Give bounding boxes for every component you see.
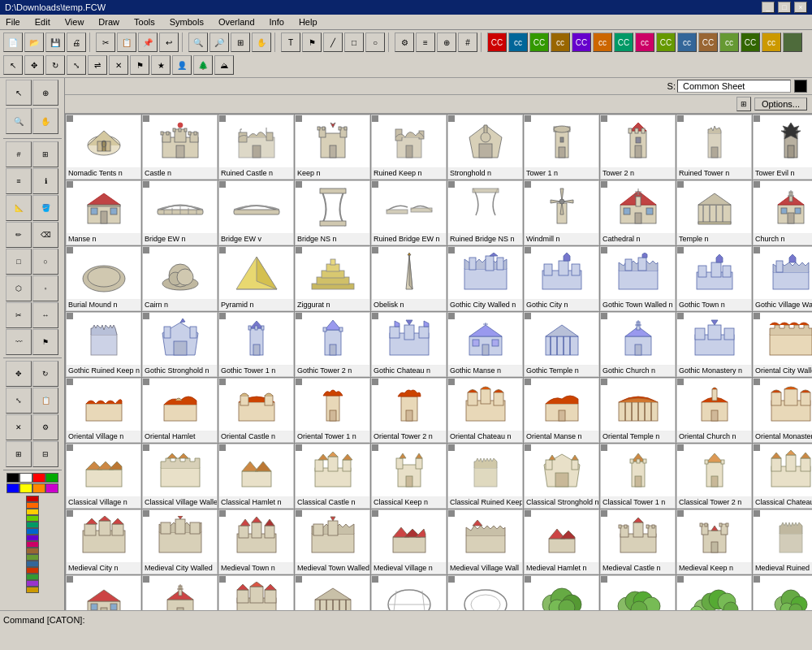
symbol-cell-14[interactable]: Ruined Bridge EW n (371, 180, 447, 245)
symbol-cell-40[interactable]: Oriental Village n (66, 378, 141, 443)
symbol-cell-44[interactable]: Oriental Tower 2 n (371, 378, 447, 443)
symbol-area[interactable]: Nomadic Tents nCastle nRuined Castle nKe… (65, 114, 812, 610)
symbol-cell-52[interactable]: Classical Hamlet n (218, 444, 294, 509)
tb-layers[interactable]: ≡ (416, 32, 435, 52)
symbol-cell-75[interactable]: Grassland (447, 575, 523, 610)
maximize-button[interactable]: □ (778, 2, 791, 13)
symbol-cell-49[interactable]: Oriental Monastery n (753, 378, 812, 443)
tool-layer[interactable]: ≡ (6, 168, 32, 194)
symbol-cell-77[interactable]: Decid Forest (600, 575, 676, 610)
symbol-cell-28[interactable]: Gothic Town n (676, 246, 752, 311)
color-swatch-12[interactable] (26, 574, 39, 580)
tb-circle[interactable]: ○ (365, 32, 385, 52)
symbol-cell-72[interactable]: Medieval Monastery n (218, 575, 294, 610)
color-black[interactable] (6, 473, 19, 483)
color-swatch-9[interactable] (26, 554, 39, 561)
close-button[interactable]: × (794, 2, 807, 13)
tb-properties[interactable]: ⚙ (395, 32, 414, 52)
tb-snap[interactable]: ⊕ (437, 32, 456, 52)
tb-symbol[interactable]: ⚑ (302, 32, 322, 52)
color-swatch-1[interactable] (26, 502, 39, 509)
symbol-cell-76[interactable]: Decid Forest Tool (524, 575, 599, 610)
symbol-cell-59[interactable]: Classical Chateau n (753, 444, 812, 509)
symbol-cell-45[interactable]: Oriental Chateau n (447, 378, 523, 443)
symbol-cell-51[interactable]: Classical Village Walle (142, 444, 218, 509)
symbol-cell-3[interactable]: Keep n (295, 115, 370, 180)
symbol-cell-31[interactable]: Gothic Stronghold n (142, 312, 218, 377)
tool-group[interactable]: ⊞ (6, 441, 32, 467)
tool-measure[interactable]: 📐 (6, 195, 32, 221)
symbol-cell-6[interactable]: Tower 1 n (524, 115, 599, 180)
symbol-cell-68[interactable]: Medieval Keep n (676, 509, 752, 574)
symbol-cell-50[interactable]: Classical Village n (66, 444, 141, 509)
symbol-cell-10[interactable]: Manse n (66, 180, 141, 245)
symbol-cell-5[interactable]: Stronghold n (447, 115, 523, 180)
tool-copy2[interactable]: 📋 (32, 388, 58, 414)
tb-zoom-out[interactable]: 🔎 (209, 32, 229, 52)
tb-text[interactable]: T (281, 32, 300, 52)
tb-color-15[interactable] (783, 32, 802, 52)
color-swatch-4[interactable] (26, 522, 39, 528)
color-swatch-7[interactable] (26, 541, 39, 548)
symbol-cell-66[interactable]: Medieval Hamlet n (524, 509, 599, 574)
menu-view[interactable]: View (63, 16, 87, 28)
tool-freehand[interactable]: 〰 (6, 329, 32, 355)
tb-color-13[interactable]: CC (741, 32, 760, 52)
color-green[interactable] (45, 473, 58, 483)
tool-pen[interactable]: ✏ (6, 222, 32, 248)
tool-zoom[interactable]: 🔍 (6, 108, 32, 134)
color-orange[interactable] (32, 483, 45, 493)
tb-color-7[interactable]: CC (614, 32, 633, 52)
tool-symbol-btn[interactable]: ⚑ (32, 329, 58, 355)
color-blue[interactable] (6, 483, 19, 493)
symbol-cell-78[interactable]: Decid Woods (676, 575, 752, 610)
color-yellow[interactable] (19, 483, 32, 493)
tb-mountain[interactable]: ⛰ (214, 55, 234, 75)
tool-box[interactable]: □ (6, 249, 32, 275)
tb-star[interactable]: ★ (151, 55, 171, 75)
symbol-cell-2[interactable]: Ruined Castle n (218, 115, 294, 180)
tb-color-1[interactable]: CC (487, 32, 507, 52)
tb-color-2[interactable]: cc (508, 32, 528, 52)
symbol-cell-56[interactable]: Classical Stronghold n (524, 444, 599, 509)
symbol-cell-41[interactable]: Oriental Hamlet (142, 378, 218, 443)
color-white[interactable] (19, 473, 32, 483)
tb-move[interactable]: ✥ (24, 55, 44, 75)
symbol-cell-73[interactable]: Medieval Temple n (295, 575, 370, 610)
tool-move[interactable]: ✥ (6, 361, 32, 387)
symbol-cell-48[interactable]: Oriental Church n (676, 378, 752, 443)
color-red[interactable] (32, 473, 45, 483)
symbol-cell-21[interactable]: Cairn n (142, 246, 218, 311)
tb-new[interactable]: 📄 (3, 32, 23, 52)
symbol-cell-18[interactable]: Temple n (676, 180, 752, 245)
color-swatch-3[interactable] (26, 515, 39, 522)
menu-tools[interactable]: Tools (132, 16, 158, 28)
symbol-cell-79[interactable]: Decid Copse (753, 575, 812, 610)
tb-copy[interactable]: 📋 (117, 32, 136, 52)
tb-rect[interactable]: □ (344, 32, 364, 52)
tool-poly[interactable]: ⬡ (6, 275, 32, 301)
symbol-cell-4[interactable]: Ruined Keep n (371, 115, 447, 180)
tb-color-14[interactable]: cc (762, 32, 781, 52)
symbol-cell-23[interactable]: Ziggurat n (295, 246, 370, 311)
symbol-cell-67[interactable]: Medieval Castle n (600, 509, 676, 574)
symbol-cell-65[interactable]: Medieval Village Wall (447, 509, 523, 574)
symbol-cell-58[interactable]: Classical Tower 2 n (676, 444, 752, 509)
tb-print[interactable]: 🖨 (67, 32, 86, 52)
symbol-cell-11[interactable]: Bridge EW n (142, 180, 218, 245)
command-input[interactable] (86, 615, 809, 625)
tb-color-12[interactable]: cc (719, 32, 739, 52)
symbol-cell-12[interactable]: Bridge EW v (218, 180, 294, 245)
tool-oval[interactable]: ○ (32, 249, 58, 275)
tb-color-8[interactable]: cc (635, 32, 654, 52)
symbol-cell-70[interactable]: Medieval Manse n (66, 575, 141, 610)
menu-help[interactable]: Help (296, 16, 320, 28)
color-swatch-13[interactable] (26, 580, 39, 587)
color-swatch-14[interactable] (26, 587, 39, 593)
symbol-cell-47[interactable]: Oriental Temple n (600, 378, 676, 443)
symbol-cell-15[interactable]: Ruined Bridge NS n (447, 180, 523, 245)
symbol-cell-60[interactable]: Medieval City n (66, 509, 141, 574)
tool-node[interactable]: ◦ (32, 275, 58, 301)
tb-tree[interactable]: 🌲 (193, 55, 213, 75)
symbol-cell-26[interactable]: Gothic City n (524, 246, 599, 311)
